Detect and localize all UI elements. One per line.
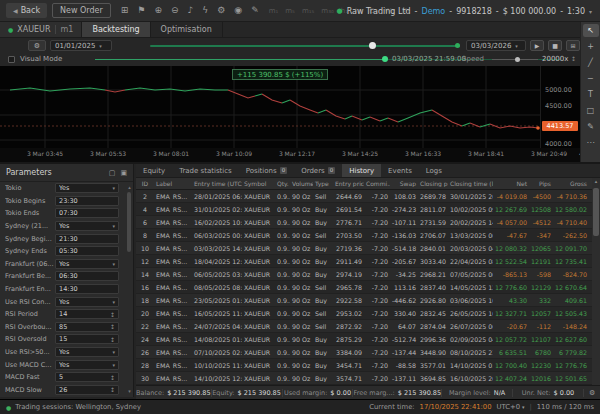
account-selector[interactable]: ●Raw Trading Ltd - Demo - 9918218 - $ 10… — [337, 0, 592, 22]
table-row[interactable]: 20EMA_RS...16/05/2025 11:...XAUEUR0.9...… — [136, 307, 592, 320]
table-row[interactable]: 10EMA_RS...03/03/2025 14:...XAUEUR0.9...… — [136, 242, 592, 255]
parameter-select[interactable]: Yes▾ — [55, 221, 119, 231]
shape-tool-icon[interactable]: □ — [583, 104, 599, 117]
tab-symbol-chart[interactable]: ● XAUEUR m1 — [0, 22, 82, 37]
column-header-12[interactable]: Net — [493, 180, 529, 187]
parameter-stepper[interactable]: 85↕ — [55, 322, 119, 332]
table-row[interactable]: 6EMA_RS...16/02/2025 10:...XAUEUR0.9...9… — [136, 216, 592, 229]
equity-chart[interactable]: +115 390.85 $ (+115%) 4413.57 5000.00450… — [0, 66, 580, 148]
scroll-down-icon[interactable]: ▾ — [127, 388, 132, 394]
crosshair-tool-icon[interactable]: + — [583, 40, 599, 53]
popout-icon[interactable]: ▢ — [109, 169, 116, 177]
column-header-1[interactable]: Label — [154, 180, 192, 187]
new-order-button[interactable]: New Order — [52, 3, 111, 18]
table-row[interactable]: 14EMA_RS...06/05/2025 03:...XAUEUR0.9...… — [136, 268, 592, 281]
parameter-input[interactable]: 21:30 — [55, 234, 119, 244]
tab-backtesting[interactable]: Backtesting — [82, 22, 150, 37]
timeframe-shortcut-3[interactable]: m₃₀ — [321, 7, 333, 15]
tab-positions[interactable]: Positions0 — [239, 164, 294, 177]
tab-optimisation[interactable]: Optimisation — [151, 22, 223, 37]
column-header-0[interactable]: ID — [136, 180, 154, 187]
backtest-settings-button[interactable]: ⚙ — [28, 40, 46, 51]
column-header-6[interactable]: Type — [313, 180, 333, 187]
maximize-icon[interactable]: ▣ — [120, 169, 127, 177]
parameter-select[interactable]: Yes▾ — [55, 347, 119, 357]
parameter-select[interactable]: Yes▾ — [55, 183, 119, 193]
parameter-stepper[interactable]: 15↕ — [55, 334, 119, 344]
back-button[interactable]: ◀ Back — [6, 3, 47, 18]
zoom-in-icon[interactable]: ⊕ — [154, 6, 162, 15]
stepper-icon[interactable]: ↕ — [110, 311, 115, 318]
stepper-icon[interactable]: ↕ — [110, 336, 115, 343]
table-row[interactable]: 16EMA_RS...08/05/2025 08:...XAUEUR0.9...… — [136, 281, 592, 294]
date-range-slider[interactable] — [150, 45, 460, 47]
panels-icon[interactable]: ⊞ — [121, 6, 129, 15]
chart-edit-icon[interactable]: ✎ — [251, 6, 259, 15]
timeframe-shortcut-1[interactable]: m₅ — [285, 7, 295, 15]
stop-button[interactable]: ■ — [548, 40, 562, 51]
speed-stepper[interactable]: ↕ — [571, 55, 576, 62]
date-range-slider-thumb[interactable] — [369, 42, 376, 49]
tab-events[interactable]: Events — [381, 164, 419, 177]
column-header-7[interactable]: Entry price — [333, 180, 364, 187]
start-date-select[interactable]: 01/01/2025 ▾ — [50, 40, 112, 51]
more-tools-icon[interactable]: ⋯ — [583, 136, 599, 149]
column-header-14[interactable]: Gross — [553, 180, 589, 187]
timeframe-shortcut-2[interactable]: m₁₅ — [302, 7, 314, 15]
table-row[interactable]: 30EMA_RS...14/10/2025 12:...XAUEUR0.9...… — [136, 372, 592, 385]
watch-icon[interactable]: ◉ — [234, 6, 242, 15]
pointer-tool-icon[interactable]: ↖ — [583, 24, 599, 37]
tab-orders[interactable]: Orders0 — [294, 164, 342, 177]
column-header-4[interactable]: Qty. — [275, 180, 290, 187]
history-scrollbar[interactable]: ▴ — [592, 178, 600, 385]
detach-button[interactable]: ⊞ — [566, 40, 580, 51]
parameter-select[interactable]: Yes▾ — [55, 259, 119, 269]
trendline-tool-icon[interactable]: ╱ — [583, 56, 599, 69]
column-header-8[interactable]: Commi... — [364, 180, 390, 187]
alerts-icon[interactable]: ⚑ — [137, 6, 145, 15]
stepper-icon[interactable]: ↕ — [110, 323, 115, 330]
table-row[interactable]: 26EMA_RS...07/10/2025 02:...XAUEUR0.9...… — [136, 346, 592, 359]
parameter-input[interactable]: 14:30 — [55, 284, 119, 294]
settings-icon[interactable]: ⚙ — [217, 6, 225, 15]
scroll-up-icon[interactable]: ▴ — [127, 184, 132, 190]
column-header-13[interactable]: Pips — [529, 180, 553, 187]
parameter-stepper[interactable]: 5↕ — [55, 372, 119, 382]
parameters-scroll-thumb[interactable] — [127, 192, 131, 252]
column-header-2[interactable]: Entry time (UTC... — [192, 180, 242, 187]
tab-trade-statistics[interactable]: Trade statistics — [172, 164, 239, 177]
table-row[interactable]: 2EMA_RS...28/01/2025 06:...XAUEUR0.9...9… — [136, 190, 592, 203]
tab-equity[interactable]: Equity — [136, 164, 172, 177]
parameters-scrollbar[interactable]: ▴ ▾ — [127, 184, 132, 394]
backtest-progress-thumb[interactable] — [382, 56, 388, 62]
table-row[interactable]: 4EMA_RS...31/01/2025 02:...XAUEUR0.9...9… — [136, 203, 592, 216]
timeframe-shortcut-0[interactable]: m₁ — [269, 7, 279, 15]
parameter-input[interactable]: 06:30 — [55, 271, 119, 281]
end-date-select[interactable]: 03/03/2026 ▾ — [466, 40, 526, 51]
draw-tool-icon[interactable]: ✎ — [583, 120, 599, 133]
play-button[interactable]: ▶ — [530, 40, 544, 51]
parameter-input[interactable]: 07:30 — [55, 208, 119, 218]
sound-icon[interactable]: ♪ — [188, 6, 194, 15]
parameter-stepper[interactable]: 14↕ — [55, 309, 119, 319]
visual-mode-checkbox[interactable] — [8, 56, 15, 63]
column-header-3[interactable]: Symbol — [242, 180, 275, 187]
parameter-select[interactable]: Yes▾ — [55, 297, 119, 307]
column-header-5[interactable]: Volume — [290, 180, 313, 187]
tab-logs[interactable]: Logs — [419, 164, 449, 177]
summary-settings-button[interactable]: ⚙ — [584, 389, 600, 397]
table-row[interactable]: 12EMA_RS...18/04/2025 12:...XAUEUR0.9...… — [136, 255, 592, 268]
column-header-9[interactable]: Swap — [390, 180, 418, 187]
parameter-input[interactable]: 23:30 — [55, 196, 119, 206]
stepper-icon[interactable]: ↕ — [110, 386, 115, 393]
table-row[interactable]: 8EMA_RS...06/03/2025 00:...XAUEUR0.9...9… — [136, 229, 592, 242]
text-tool-icon[interactable]: T — [583, 88, 599, 101]
stepper-icon[interactable]: ↕ — [110, 374, 115, 381]
table-row[interactable]: 22EMA_RS...24/07/2025 04:...XAUEUR0.9...… — [136, 320, 592, 333]
timezone-select[interactable]: UTC+0 ▾ — [496, 403, 524, 411]
parameter-select[interactable]: Yes▾ — [55, 360, 119, 370]
hline-tool-icon[interactable]: ─ — [583, 72, 599, 85]
time-axis[interactable]: … 3 Mar 03:453 Mar 05:533 Mar 08:013 Mar… — [0, 148, 600, 162]
column-header-11[interactable]: Closing time (l... — [448, 180, 493, 187]
history-scroll-thumb[interactable] — [593, 188, 599, 236]
